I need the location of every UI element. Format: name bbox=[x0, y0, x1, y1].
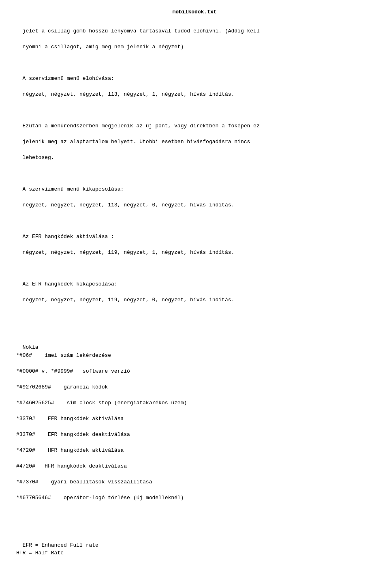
page-title: mobilkodok.txt bbox=[16, 8, 373, 16]
note-line3: lehetoseg. bbox=[23, 155, 54, 161]
service-menu-off-code: négyzet, négyzet, négyzet, 113, négyzet,… bbox=[23, 202, 235, 208]
note-line2: jelenik meg az alaptartalom helyett. Uto… bbox=[23, 139, 250, 145]
efr-note: EFR = Enhanced Full rate HFR = Half Rate bbox=[16, 542, 98, 556]
service-menu-on-label: A szervizmenü menü elohívása: bbox=[23, 75, 114, 82]
efr-off-code: négyzet, négyzet, négyzet, 119, négyzet,… bbox=[23, 297, 235, 303]
efr-on-label: Az EFR hangkódek aktiválása : bbox=[23, 234, 114, 240]
nokia-section: Nokia *#06# imei szám lekérdezése *#0000… bbox=[16, 344, 187, 501]
page-content: jelet a csillag gomb hosszú lenyomva tar… bbox=[16, 19, 373, 588]
note-line1: Ezután a menürendszerben megjelenik az ú… bbox=[23, 123, 260, 129]
efr-on-code: négyzet, négyzet, négyzet, 119, négyzet,… bbox=[23, 249, 235, 255]
intro-line2: nyomni a csillagot, amig meg nem jelenik… bbox=[23, 44, 184, 50]
efr-off-label: Az EFR hangkódek kikapcsolása: bbox=[23, 281, 118, 287]
intro-line1: jelet a csillag gomb hosszú lenyomva tar… bbox=[23, 28, 260, 34]
service-menu-off-label: A szervizmenü menü kikapcsolása: bbox=[23, 186, 124, 192]
service-menu-on-code: négyzet, négyzet, négyzet, 113, négyzet,… bbox=[23, 91, 235, 97]
